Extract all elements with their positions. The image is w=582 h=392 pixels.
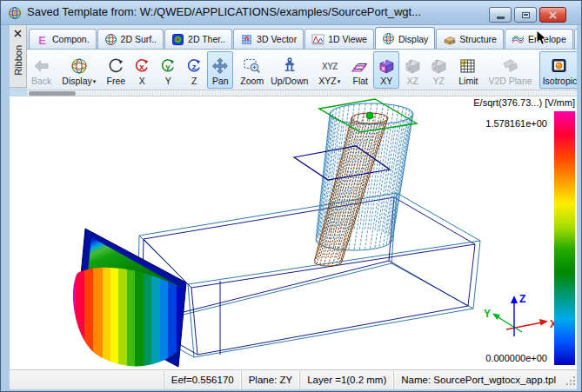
svg-text:z: z: [192, 62, 197, 71]
status-layer: Layer =1(0.2 mm): [299, 371, 393, 389]
close-icon: [14, 30, 22, 37]
rotate-x-icon: x: [132, 56, 151, 76]
svg-text:E: E: [38, 33, 46, 46]
rotate-z-button[interactable]: z Z: [181, 51, 207, 89]
cube-yz-icon: Z Y: [429, 56, 448, 76]
ribbon-close-button[interactable]: [11, 27, 25, 40]
up-down-icon: [280, 56, 299, 76]
envelope-mesh-icon: [512, 33, 525, 46]
ribbon-tab-label[interactable]: Ribbon: [13, 45, 23, 76]
colorbar-title: E/sqrt(376.73...) [V/mm]: [473, 97, 575, 108]
minimize-icon: [497, 17, 505, 19]
tab-label: 1D Viewe: [328, 34, 367, 44]
axis-y-label: Y: [484, 308, 491, 320]
tab-strip: E Compon. 2D Surf..: [27, 25, 577, 50]
pan-arrows-icon: [211, 56, 230, 76]
ribbon-toolbar: Back Display▾: [27, 50, 577, 90]
zoom-select-icon: [243, 56, 262, 76]
rotate-free-button[interactable]: Free: [103, 51, 129, 89]
minimize-button[interactable]: [489, 7, 512, 23]
xyz-axes-icon: XYZ XYZ: [320, 56, 339, 76]
tab-1d-viewer[interactable]: 1D Viewe: [304, 29, 374, 49]
scene-3d: X Y Z: [10, 96, 577, 369]
svg-text:y: y: [166, 62, 171, 71]
tab-label: 3D Vector: [257, 34, 297, 44]
close-button[interactable]: [539, 7, 566, 23]
thermal-2d-icon: [171, 33, 184, 46]
tab-components[interactable]: E Compon.: [29, 29, 97, 49]
viewport-3d[interactable]: X Y Z E/sqrt(376.73...) [V/mm] 1.578161e…: [10, 96, 577, 369]
tab-2d-thermal[interactable]: 2D Ther..: [164, 29, 232, 49]
dropdown-caret-icon: ▾: [338, 78, 341, 84]
app-window: Saved Template from: W:/QWED/APPLICATION…: [0, 0, 582, 392]
dropdown-caret-icon: ▾: [93, 78, 97, 84]
svg-text:Y: Y: [383, 59, 386, 64]
waveguide-box-wireframe: [137, 193, 480, 357]
cube-xy-icon: Y X: [377, 56, 396, 76]
flat-button[interactable]: Flat: [347, 51, 373, 89]
cube-xz-button[interactable]: Z X XZ: [399, 51, 425, 89]
limit-button[interactable]: Limit: [455, 51, 481, 89]
title-bar[interactable]: Saved Template from: W:/QWED/APPLICATION…: [1, 1, 581, 25]
back-arrow-icon: [32, 56, 51, 76]
maximize-icon: [522, 12, 530, 18]
rotate-y-icon: y: [158, 56, 177, 76]
rotate-z-icon: z: [184, 56, 204, 76]
tab-label: 2D Surf..: [121, 34, 157, 44]
svg-text:X: X: [408, 66, 411, 71]
ribbon-scrollbar-thumb[interactable]: [29, 91, 76, 96]
zoom-button[interactable]: Zoom: [237, 51, 267, 89]
cube-yz-button[interactable]: Z Y YZ: [425, 51, 452, 89]
display-sphere-icon: [382, 32, 395, 45]
cube-xz-icon: Z X: [403, 56, 422, 76]
pan-button[interactable]: Pan: [207, 51, 233, 89]
tab-structure[interactable]: Structure: [436, 29, 504, 49]
tab-label: Compon.: [52, 34, 90, 44]
app-mesh-sphere-icon: [8, 6, 22, 20]
cube-xy-button[interactable]: Y X XY: [373, 51, 399, 89]
display-menu-button[interactable]: Display▾: [58, 51, 99, 89]
axis-z-label: Z: [519, 293, 525, 305]
isotropic-source-icon: [550, 56, 569, 76]
tab-label: 2D Ther..: [188, 34, 225, 44]
svg-text:X: X: [382, 66, 385, 71]
up-down-button[interactable]: Up/Down: [267, 51, 311, 89]
window-title: Saved Template from: W:/QWED/APPLICATION…: [27, 5, 421, 18]
v2d-plane-button[interactable]: V2D Plane: [485, 51, 535, 89]
display-sphere-icon: [70, 56, 89, 76]
tab-3d-vector[interactable]: 3D Vector: [233, 29, 304, 49]
colorbar-min-value: 0.000000e+00: [485, 353, 547, 363]
status-name: Name: SourcePort_wgtocx_app.tpl: [393, 371, 563, 389]
surface-2d-icon: [104, 33, 117, 46]
viewer-1d-icon: [311, 33, 324, 46]
isotropic-button[interactable]: Isotropic: [539, 51, 577, 89]
structure-slab-icon: [443, 33, 456, 46]
limit-grid-icon: [458, 56, 478, 76]
axes-triad: X Y Z: [484, 293, 557, 336]
resize-grip[interactable]: [565, 373, 577, 387]
tab-2d-surface[interactable]: 2D Surf..: [97, 29, 164, 49]
tab-display[interactable]: Display: [375, 27, 435, 50]
outer-cylinder-mesh: [316, 103, 413, 250]
v2d-plane-icon: [501, 56, 520, 76]
svg-text:Y: Y: [434, 66, 438, 71]
source-point-marker: [366, 112, 373, 119]
svg-text:XYZ: XYZ: [322, 62, 338, 71]
rotate-y-button[interactable]: y Y: [155, 51, 181, 89]
tab-partial[interactable]: E: [574, 29, 577, 49]
tab-label: Structure: [459, 34, 497, 44]
rotate-x-button[interactable]: x X: [129, 51, 155, 89]
close-icon: [548, 10, 558, 20]
ribbon-side-panel: Ribbon: [10, 25, 27, 88]
tab-label: Display: [398, 34, 428, 44]
ribbon-scrollbar[interactable]: [27, 90, 577, 96]
component-e-icon: E: [36, 33, 49, 46]
status-plane: Plane: ZY: [241, 371, 300, 389]
maximize-button[interactable]: [514, 7, 537, 23]
back-button[interactable]: Back: [28, 51, 55, 89]
vector-3d-icon: [240, 33, 253, 46]
colorbar-max-value: 1.578161e+00: [485, 118, 547, 129]
xyz-menu-button[interactable]: XYZ XYZ XYZ▾: [315, 51, 344, 89]
svg-text:x: x: [140, 62, 145, 71]
mouse-cursor: [536, 30, 547, 46]
